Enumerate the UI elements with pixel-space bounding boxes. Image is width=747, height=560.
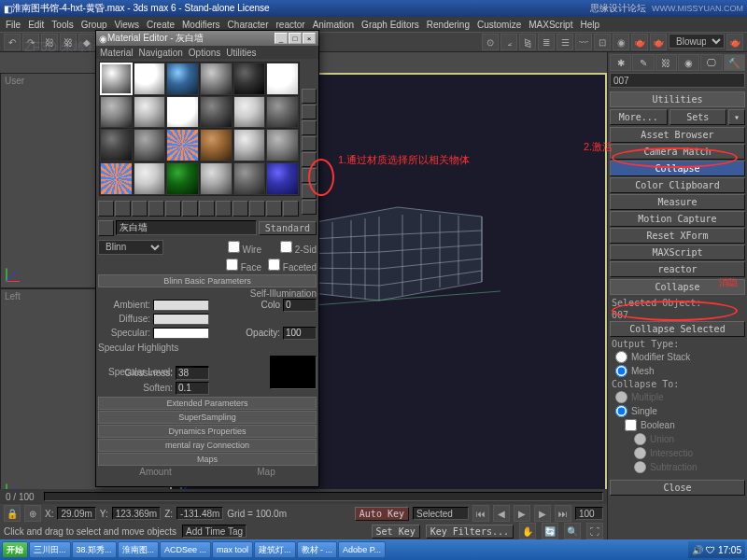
menu-file[interactable]: File xyxy=(6,20,21,30)
material-slot[interactable] xyxy=(266,96,299,129)
z-coord[interactable]: -131.48m xyxy=(176,507,223,520)
time-track[interactable] xyxy=(44,492,603,501)
utility-maxscript[interactable]: MAXScript xyxy=(610,245,745,260)
taskbar-item[interactable]: Adobe P... xyxy=(338,541,386,558)
maximize-button[interactable]: □ xyxy=(289,33,302,44)
maximize-viewport-button[interactable]: ⛶ xyxy=(586,523,603,539)
material-type-button[interactable]: Standard xyxy=(259,221,317,235)
material-slot[interactable] xyxy=(134,63,166,95)
material-editor-button[interactable]: ◉ xyxy=(613,34,629,50)
sets-button[interactable]: Sets xyxy=(669,109,727,125)
setkey-button[interactable]: Set Key xyxy=(372,525,420,539)
menu-create[interactable]: Create xyxy=(147,20,175,30)
diffuse-swatch[interactable] xyxy=(153,314,209,325)
show-end-result-button[interactable] xyxy=(249,201,265,217)
align-button[interactable]: ≣ xyxy=(538,34,555,50)
utility-motion-capture[interactable]: Motion Capture xyxy=(610,211,745,227)
sample-type-button[interactable] xyxy=(302,89,317,104)
autokey-button[interactable]: Auto Key xyxy=(355,507,409,521)
material-slot[interactable] xyxy=(266,162,299,195)
unlink-button[interactable]: ⛓̸ xyxy=(60,34,77,50)
taskbar-item[interactable]: ACDSee ... xyxy=(160,541,211,558)
mirror-button[interactable]: ⧎ xyxy=(519,34,536,50)
schematic-button[interactable]: ⊡ xyxy=(594,34,611,50)
make-copy-button[interactable] xyxy=(165,201,181,217)
material-slot[interactable] xyxy=(100,63,133,95)
collapse-rollout[interactable]: Collapse xyxy=(610,279,745,295)
go-parent-button[interactable] xyxy=(266,201,282,217)
sample-uv-button[interactable] xyxy=(302,136,317,151)
taskbar-item[interactable]: 三川田... xyxy=(29,541,71,558)
menu-tools[interactable]: Tools xyxy=(51,20,73,30)
system-tray[interactable]: 🔊 🛡 17:05 xyxy=(688,541,745,558)
add-time-tag[interactable]: Add Time Tag xyxy=(182,525,247,538)
material-slot[interactable] xyxy=(100,129,133,161)
video-check-button[interactable] xyxy=(302,152,317,167)
layers-button[interactable]: ☰ xyxy=(557,34,573,50)
lock-selection-button[interactable]: 🔒 xyxy=(4,505,21,522)
show-map-button[interactable] xyxy=(233,201,248,217)
facemap-checkbox[interactable] xyxy=(226,259,238,271)
prev-frame-button[interactable]: ◀ xyxy=(493,505,510,522)
menu-group[interactable]: Group xyxy=(81,20,107,30)
material-slot[interactable] xyxy=(200,129,233,161)
options-button[interactable] xyxy=(302,184,317,199)
pick-material-button[interactable] xyxy=(98,220,114,236)
create-tab[interactable]: ✱ xyxy=(610,54,631,71)
taskbar-item[interactable]: 38.郑秀... xyxy=(72,541,117,558)
arc-rotate-button[interactable]: 🔄 xyxy=(542,523,558,539)
collapse-selected-button[interactable]: Collapse Selected xyxy=(610,321,745,337)
taskbar-item[interactable]: max tool xyxy=(212,541,253,558)
tray-icon[interactable]: 🔊 xyxy=(692,545,703,555)
close-button[interactable]: × xyxy=(303,33,316,44)
taskbar-item[interactable]: 淮南图... xyxy=(118,541,160,558)
material-slot[interactable] xyxy=(200,96,233,129)
material-name-input[interactable] xyxy=(116,220,257,235)
sets-config-button[interactable]: ▾ xyxy=(728,109,745,125)
current-frame[interactable]: 100 xyxy=(575,507,603,520)
link-button[interactable]: ⛓ xyxy=(41,34,58,50)
time-slider[interactable]: 0 / 100 xyxy=(0,489,607,504)
snap-button[interactable]: ⊙ xyxy=(482,34,499,50)
material-slot[interactable] xyxy=(233,162,266,195)
key-filters-button[interactable]: Key Filters... xyxy=(426,525,514,539)
color-spinner[interactable]: 0 xyxy=(283,299,317,312)
menu-modifiers[interactable]: Modifiers xyxy=(182,20,220,30)
close-utility-button[interactable]: Close xyxy=(610,480,745,496)
undo-button[interactable]: ↶ xyxy=(4,34,21,50)
utility-color-clipboard[interactable]: Color Clipboard xyxy=(610,177,745,193)
material-slot[interactable] xyxy=(100,162,133,195)
utility-collapse[interactable]: Collapse xyxy=(610,161,745,176)
shader-dropdown[interactable]: Blinn xyxy=(98,240,163,255)
angle-snap-button[interactable]: ⦟ xyxy=(500,34,517,50)
material-slot[interactable] xyxy=(200,63,233,95)
keymode-dropdown[interactable]: Selected xyxy=(413,507,469,520)
rollout-dynamics[interactable]: Dynamics Properties xyxy=(98,425,317,438)
pan-button[interactable]: ✋ xyxy=(519,523,536,539)
opacity-spinner[interactable]: 100 xyxy=(283,327,317,340)
material-slot[interactable] xyxy=(134,96,166,129)
get-material-button[interactable] xyxy=(98,201,114,217)
utility-measure[interactable]: Measure xyxy=(610,194,745,210)
put-to-scene-button[interactable] xyxy=(115,201,131,217)
material-slot[interactable] xyxy=(233,63,266,95)
two-sided-checkbox[interactable] xyxy=(280,241,292,253)
more-button[interactable]: More... xyxy=(610,109,668,125)
tray-icon[interactable]: 🛡 xyxy=(706,545,715,555)
next-frame-button[interactable]: ▶ xyxy=(534,505,551,522)
ambient-swatch[interactable] xyxy=(153,300,209,311)
single-radio[interactable] xyxy=(615,405,627,417)
mat-menu-utilities[interactable]: Utilities xyxy=(226,48,256,58)
redo-button[interactable]: ↷ xyxy=(22,34,39,50)
taskbar-item[interactable]: 建筑灯... xyxy=(254,541,296,558)
rollout-maps[interactable]: Maps xyxy=(98,453,317,466)
menu-help[interactable]: Help xyxy=(580,20,599,30)
go-forward-button[interactable] xyxy=(283,201,299,217)
x-coord[interactable]: 29.09m xyxy=(57,507,95,520)
utility-camera-match[interactable]: Camera Match xyxy=(610,144,745,160)
backlight-button[interactable] xyxy=(302,105,317,119)
menu-customize[interactable]: Customize xyxy=(477,20,521,30)
quick-render-button[interactable]: 🫖 xyxy=(650,34,667,50)
faceted-checkbox[interactable] xyxy=(268,259,280,271)
minimize-button[interactable]: _ xyxy=(275,33,288,44)
